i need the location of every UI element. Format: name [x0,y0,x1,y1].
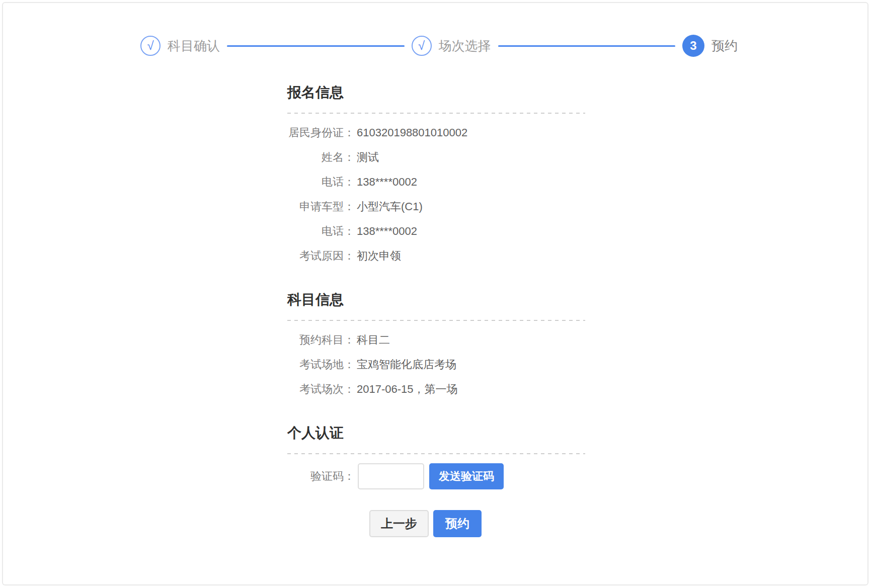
subject-info-section: 科目信息 预约科目： 科目二 考试场地： 宝鸡智能化底店考场 考试场次： 201… [287,292,585,408]
field-value: 小型汽车(C1) [357,201,423,213]
subject-rows: 预约科目： 科目二 考试场地： 宝鸡智能化底店考场 考试场次： 2017-06-… [287,334,585,395]
registration-info-section: 报名信息 居民身份证： 610320198801010002 姓名： 测试 电话… [287,85,585,275]
dashed-divider [287,113,585,114]
verification-code-input[interactable] [358,463,424,489]
step-subject-confirm: √ 科目确认 [140,36,220,56]
field-label: 电话： [287,225,355,237]
step-session-select: √ 场次选择 [412,36,491,56]
info-row-booked-subject: 预约科目： 科目二 [287,334,585,346]
dashed-divider [287,453,585,454]
step-connector-line [227,45,405,47]
field-label: 预约科目： [287,334,355,346]
dashed-divider [287,320,585,321]
info-row-exam-venue: 考试场地： 宝鸡智能化底店考场 [287,359,585,371]
info-row-id-card: 居民身份证： 610320198801010002 [287,127,585,139]
section-title-registration: 报名信息 [287,85,585,100]
field-value: 138****0002 [357,176,417,188]
field-label: 考试场地： [287,359,355,371]
field-label: 申请车型： [287,201,355,213]
step-label-appointment: 预约 [711,37,738,55]
step-number-badge: 3 [682,35,704,57]
previous-step-button[interactable]: 上一步 [369,510,429,537]
step-label-session-select: 场次选择 [439,37,491,55]
field-label: 电话： [287,176,355,188]
info-row-phone: 电话： 138****0002 [287,176,585,188]
check-icon: √ [140,36,161,56]
section-title-auth: 个人认证 [287,426,585,441]
personal-auth-section: 个人认证 验证码： 发送验证码 [287,426,585,490]
step-appointment: 3 预约 [682,35,738,57]
section-title-subject: 科目信息 [287,292,585,307]
field-value: 610320198801010002 [357,127,467,139]
registration-rows: 居民身份证： 610320198801010002 姓名： 测试 电话： 138… [287,127,585,262]
info-row-vehicle-type: 申请车型： 小型汽车(C1) [287,201,585,213]
field-value: 科目二 [357,334,390,346]
field-value: 测试 [357,151,379,163]
field-label: 姓名： [287,151,355,163]
field-value: 初次申领 [357,250,401,262]
step-connector-line [498,45,676,47]
step-label-subject-confirm: 科目确认 [168,37,220,55]
field-label: 居民身份证： [287,127,355,139]
main-panel: √ 科目确认 √ 场次选择 3 预约 报名信息 居民身份证： 610320198… [2,2,868,585]
step-progress-bar: √ 科目确认 √ 场次选择 3 预约 [140,33,738,58]
verification-code-label: 验证码： [287,469,355,484]
field-value: 宝鸡智能化底店考场 [357,359,456,371]
info-row-phone2: 电话： 138****0002 [287,225,585,237]
form-actions: 上一步 预约 [369,510,482,537]
verification-code-row: 验证码： 发送验证码 [287,462,585,490]
info-row-exam-session: 考试场次： 2017-06-15，第一场 [287,383,585,395]
field-value: 138****0002 [357,225,417,237]
field-value: 2017-06-15，第一场 [357,383,458,395]
info-row-name: 姓名： 测试 [287,151,585,163]
info-row-exam-reason: 考试原因： 初次申领 [287,250,585,262]
book-appointment-button[interactable]: 预约 [433,510,482,537]
send-code-button[interactable]: 发送验证码 [429,463,504,489]
field-label: 考试场次： [287,383,355,395]
field-label: 考试原因： [287,250,355,262]
check-icon: √ [412,36,432,56]
